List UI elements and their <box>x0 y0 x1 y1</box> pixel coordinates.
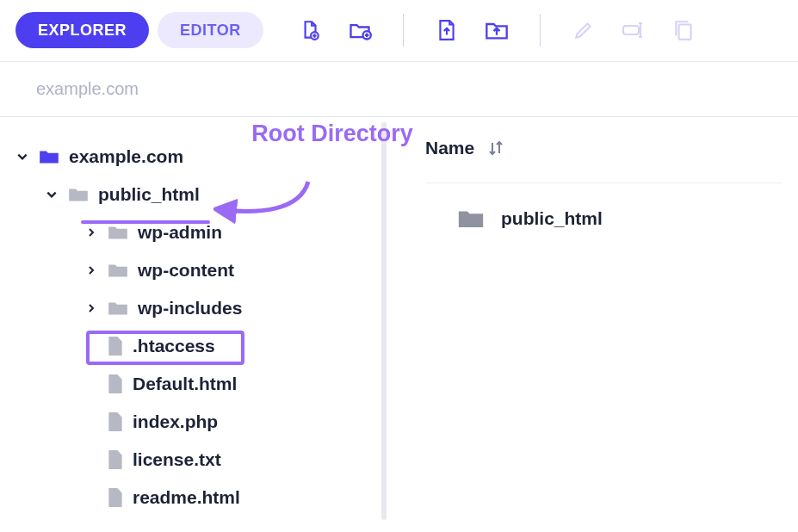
tree-item-readme-html[interactable]: readme.html <box>15 479 372 517</box>
chevron-down-icon <box>45 188 59 201</box>
tree-item-label: public_html <box>98 184 200 205</box>
tree-item-label: index.php <box>133 411 218 432</box>
pane-divider[interactable] <box>379 117 389 520</box>
file-icon <box>107 336 124 356</box>
folder-icon <box>107 300 129 317</box>
new-folder-icon[interactable] <box>348 18 372 42</box>
upload-folder-icon[interactable] <box>485 18 509 42</box>
file-icon <box>107 449 124 470</box>
file-icon <box>107 411 124 432</box>
file-icon <box>107 374 124 394</box>
svg-rect-3 <box>678 25 690 40</box>
spacer <box>84 491 98 504</box>
tree-item-label: .htaccess <box>133 336 215 356</box>
list-item-public-html[interactable]: public_html <box>425 183 783 230</box>
tree-item-label: wp-admin <box>138 222 222 243</box>
tree-item-public-html[interactable]: public_html <box>15 176 372 213</box>
tree-item-license-txt[interactable]: license.txt <box>15 441 372 479</box>
chevron-right-icon <box>84 263 98 277</box>
tree-item-wp-admin[interactable]: wp-admin <box>15 213 372 251</box>
chevron-right-icon <box>84 301 98 315</box>
rename-icon[interactable] <box>622 18 646 42</box>
tree-item-label: wp-includes <box>138 298 242 319</box>
tree-item-default-html[interactable]: Default.html <box>15 365 372 403</box>
list-item-label: public_html <box>501 208 603 229</box>
tree-item-label: wp-content <box>138 260 234 281</box>
editor-tab[interactable]: EDITOR <box>158 12 263 48</box>
folder-icon <box>107 262 129 279</box>
chevron-right-icon <box>84 226 98 239</box>
tree-item-label: license.txt <box>133 449 221 470</box>
sort-icon <box>486 139 505 158</box>
list-header-name[interactable]: Name <box>425 138 783 183</box>
tree-root-label: example.com <box>69 146 183 167</box>
file-icon <box>107 487 124 508</box>
toolbar: EXPLORER EDITOR <box>0 0 798 61</box>
upload-file-icon[interactable] <box>435 18 459 42</box>
spacer <box>84 415 98 429</box>
tree-item-label: Default.html <box>133 374 237 394</box>
tree-item-index-php[interactable]: index.php <box>15 403 372 441</box>
folder-icon <box>67 186 90 203</box>
spacer <box>84 453 98 467</box>
chevron-down-icon <box>15 150 29 164</box>
spacer <box>84 339 98 353</box>
annotation-underline <box>81 220 210 224</box>
tree-item-wp-includes[interactable]: wp-includes <box>15 289 372 327</box>
folder-icon <box>107 224 129 241</box>
list-pane: Name public_html <box>389 117 798 520</box>
edit-icon[interactable] <box>572 18 596 42</box>
new-file-icon[interactable] <box>298 18 322 42</box>
explorer-tab-label: EXPLORER <box>38 22 127 40</box>
breadcrumb-text: example.com <box>36 79 139 98</box>
tree-pane: example.com public_html <box>0 117 379 520</box>
tree-item-label: readme.html <box>133 487 240 508</box>
folder-icon <box>456 207 486 230</box>
folder-icon <box>38 148 60 165</box>
tree-root[interactable]: example.com <box>15 138 372 176</box>
tree-item-wp-content[interactable]: wp-content <box>15 251 372 289</box>
spacer <box>84 377 98 391</box>
explorer-tab[interactable]: EXPLORER <box>15 12 149 48</box>
svg-rect-2 <box>623 26 639 34</box>
tree-item-htaccess[interactable]: .htaccess <box>15 327 372 365</box>
editor-tab-label: EDITOR <box>180 22 241 40</box>
copy-icon[interactable] <box>671 18 696 42</box>
toolbar-separator <box>540 14 541 46</box>
list-header-label: Name <box>425 138 474 158</box>
breadcrumb: example.com <box>0 61 798 117</box>
toolbar-separator <box>403 14 404 46</box>
